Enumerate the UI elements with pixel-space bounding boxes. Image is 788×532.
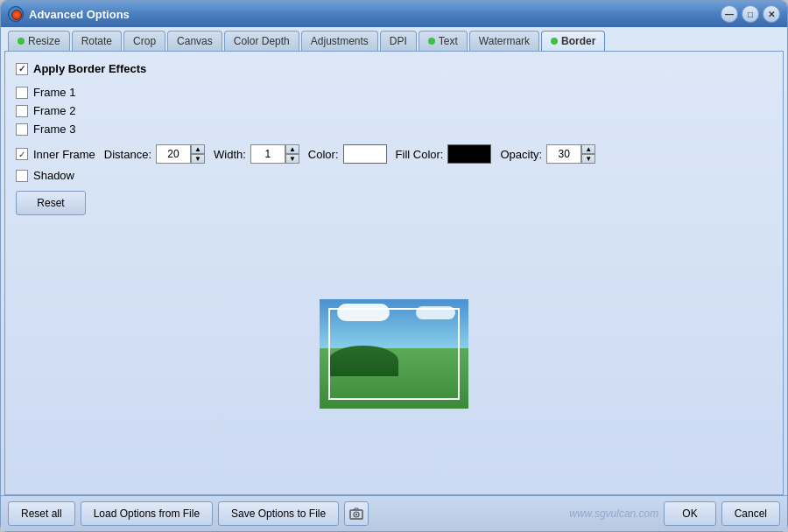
distance-group: Distance: ▲ ▼	[104, 144, 205, 164]
preview-area	[16, 224, 772, 484]
opacity-spinbox-btns: ▲ ▼	[581, 144, 595, 164]
title-bar-icon	[8, 6, 24, 22]
reset-all-button[interactable]: Reset all	[8, 501, 75, 526]
tab-rotate-label: Rotate	[81, 35, 112, 47]
tab-canvas-label: Canvas	[177, 35, 213, 47]
color-group: Color:	[308, 144, 387, 164]
color-picker[interactable]	[343, 144, 387, 164]
tab-colordepth[interactable]: Color Depth	[224, 31, 299, 51]
width-input[interactable]	[250, 144, 285, 164]
load-options-button[interactable]: Load Options from File	[81, 501, 213, 526]
apply-border-row: ✓ Apply Border Effects	[16, 62, 772, 75]
text-dot	[428, 38, 435, 45]
shadow-label[interactable]: Shadow	[33, 169, 74, 182]
shadow-checkbox[interactable]	[16, 170, 28, 182]
tab-text[interactable]: Text	[419, 31, 468, 51]
opacity-down-btn[interactable]: ▼	[581, 154, 595, 164]
tab-rotate[interactable]: Rotate	[72, 31, 122, 51]
tab-resize-label: Resize	[28, 35, 60, 47]
minimize-button[interactable]: —	[721, 5, 738, 23]
opacity-input[interactable]	[546, 144, 581, 164]
frames-area: Frame 1 Frame 2 Frame 3	[16, 86, 772, 136]
fill-color-group: Fill Color:	[396, 144, 492, 164]
distance-down-btn[interactable]: ▼	[191, 154, 205, 164]
width-spinbox-btns: ▲ ▼	[285, 144, 299, 164]
apply-border-label[interactable]: ✓ Apply Border Effects	[16, 62, 146, 75]
frame1-checkbox[interactable]	[16, 87, 28, 99]
tab-text-label: Text	[439, 35, 458, 47]
frame2-label[interactable]: Frame 2	[33, 104, 75, 117]
tab-colordepth-label: Color Depth	[234, 35, 290, 47]
inner-frame-label[interactable]: Inner Frame	[33, 148, 95, 161]
tab-border-label: Border	[561, 35, 595, 47]
frame3-checkbox[interactable]	[16, 123, 28, 136]
tab-crop-label: Crop	[133, 35, 156, 47]
camera-icon-button[interactable]	[344, 501, 369, 526]
apply-border-checkbox[interactable]: ✓	[16, 63, 28, 75]
distance-label: Distance:	[104, 148, 151, 161]
opacity-label: Opacity:	[500, 148, 542, 161]
width-down-btn[interactable]: ▼	[285, 154, 299, 164]
title-bar: Advanced Options — □ ✕	[1, 1, 787, 27]
tab-crop[interactable]: Crop	[123, 31, 165, 51]
color-label: Color:	[308, 148, 339, 161]
window-controls: — □ ✕	[721, 5, 780, 23]
main-window: Advanced Options — □ ✕ Resize Rotate Cro…	[0, 0, 788, 532]
opacity-group: Opacity: ▲ ▼	[500, 144, 595, 164]
tab-resize[interactable]: Resize	[8, 31, 70, 51]
content-area: ✓ Apply Border Effects Frame 1 Frame 2 F…	[4, 51, 784, 495]
inner-frame-row: ✓ Inner Frame Distance: ▲ ▼ Width:	[16, 144, 772, 164]
window-title: Advanced Options	[29, 8, 721, 21]
distance-input[interactable]	[156, 144, 191, 164]
resize-dot	[18, 38, 25, 45]
frame2-checkbox[interactable]	[16, 105, 28, 117]
opacity-spinbox[interactable]: ▲ ▼	[546, 144, 595, 164]
close-button[interactable]: ✕	[763, 5, 780, 23]
frame1-label[interactable]: Frame 1	[33, 86, 75, 99]
width-spinbox[interactable]: ▲ ▼	[250, 144, 299, 164]
tabs-bar: Resize Rotate Crop Canvas Color Depth Ad…	[1, 27, 787, 51]
maximize-button[interactable]: □	[742, 5, 759, 23]
fill-color-label: Fill Color:	[396, 148, 444, 161]
frame3-label[interactable]: Frame 3	[33, 122, 75, 136]
inner-frame-checkbox[interactable]: ✓	[16, 148, 28, 160]
reset-button[interactable]: Reset	[16, 191, 86, 215]
distance-spinbox[interactable]: ▲ ▼	[156, 144, 205, 164]
tab-watermark-label: Watermark	[479, 35, 530, 47]
tab-adjustments-label: Adjustments	[311, 35, 369, 47]
frame2-row: Frame 2	[16, 104, 772, 117]
width-up-btn[interactable]: ▲	[285, 144, 299, 154]
tab-border[interactable]: Border	[541, 31, 605, 51]
apply-border-text: Apply Border Effects	[33, 62, 146, 75]
svg-point-2	[355, 514, 357, 515]
title-icon-inner	[11, 10, 22, 20]
width-group: Width: ▲ ▼	[214, 144, 299, 164]
width-label: Width:	[214, 148, 246, 161]
frame1-row: Frame 1	[16, 86, 772, 99]
fill-color-picker[interactable]	[447, 144, 491, 164]
bottom-bar: Reset all Load Options from File Save Op…	[1, 495, 787, 531]
save-options-button[interactable]: Save Options to File	[218, 501, 339, 526]
watermark-text: www.sgvulcan.com	[374, 508, 658, 520]
frame3-row: Frame 3	[16, 122, 772, 136]
cancel-button[interactable]: Cancel	[721, 501, 780, 526]
opacity-up-btn[interactable]: ▲	[581, 144, 595, 154]
tab-watermark[interactable]: Watermark	[469, 31, 539, 51]
tab-dpi[interactable]: DPI	[380, 31, 417, 51]
ok-button[interactable]: OK	[664, 501, 715, 526]
tab-canvas[interactable]: Canvas	[167, 31, 222, 51]
preview-inner-frame	[328, 308, 460, 400]
tab-adjustments[interactable]: Adjustments	[301, 31, 378, 51]
border-dot	[551, 38, 558, 45]
distance-up-btn[interactable]: ▲	[191, 144, 205, 154]
preview-image	[320, 299, 468, 409]
camera-icon	[349, 508, 363, 520]
distance-spinbox-btns: ▲ ▼	[191, 144, 205, 164]
shadow-row: Shadow	[16, 169, 772, 182]
tab-dpi-label: DPI	[390, 35, 407, 47]
